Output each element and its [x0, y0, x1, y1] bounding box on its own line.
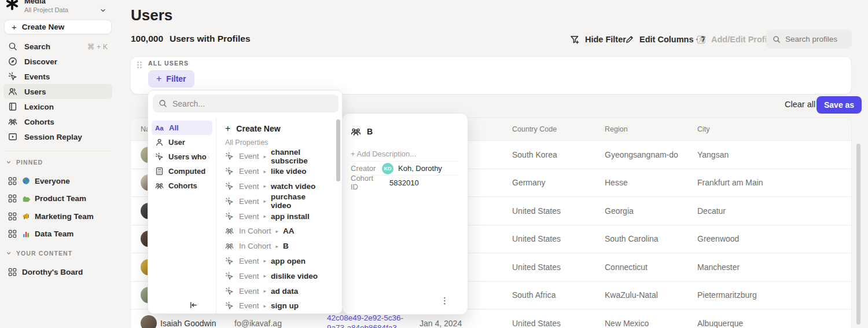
dropdown-categories: Aa All User Users who di... Computed: [148, 118, 216, 314]
profile-badge-icon: [696, 35, 706, 45]
sidebar-board-dorothys-board[interactable]: Dorothy's Board: [3, 264, 112, 280]
cohort-id-value: 5832010: [389, 178, 419, 187]
profiles-search-box[interactable]: [766, 30, 852, 49]
user-id-link[interactable]: 42c08e49-2e92-5c36-9a73-a84eb8684fa3: [327, 314, 414, 328]
create-new-property-button[interactable]: + Create New: [216, 121, 342, 136]
create-new-button[interactable]: + Create New: [4, 20, 112, 34]
pinned-section-title: PINNED: [16, 159, 43, 166]
property-name: dislike video: [271, 272, 318, 280]
column-header-country-code[interactable]: Country Code: [512, 125, 557, 133]
more-options-icon[interactable]: ⋮: [440, 296, 449, 305]
profiles-search-input[interactable]: [785, 35, 849, 43]
property-item[interactable]: Event ▸ like video: [218, 164, 328, 179]
dropdown-property-list: + Create New All Properties Event ▸ chan…: [216, 118, 342, 314]
puzzle-icon: [22, 195, 30, 203]
sidebar-board-everyone[interactable]: Everyone: [3, 173, 112, 189]
property-prefix: Event: [239, 212, 259, 221]
sidebar-item-lexicon[interactable]: Lexicon: [3, 99, 112, 114]
sidebar-item-search[interactable]: Search ⌘ + K: [3, 39, 112, 54]
property-item[interactable]: Event ▸ channel subscribe: [218, 149, 328, 164]
edit-columns-button[interactable]: Edit Columns · 7: [625, 30, 705, 49]
country-cell: South Africa: [512, 290, 556, 300]
collapse-panel-icon[interactable]: [186, 298, 200, 312]
city-cell: Frankfurt am Main: [697, 178, 763, 187]
event-icon: [225, 197, 234, 206]
chevron-right-icon: ▸: [263, 303, 267, 309]
project-name: Media: [24, 0, 68, 6]
table-scrollbar[interactable]: [856, 144, 860, 325]
dropdown-search-input[interactable]: [172, 99, 317, 108]
nav-label: Users: [24, 88, 46, 96]
property-item[interactable]: Event ▸ ad data: [218, 283, 328, 298]
category-label: Computed: [168, 167, 205, 176]
nav-label: Lexicon: [24, 103, 54, 111]
category-computed[interactable]: Computed: [152, 164, 212, 178]
add-filter-button[interactable]: + Filter: [148, 70, 194, 88]
hide-filter-button[interactable]: Hide Filter: [570, 30, 626, 49]
property-item[interactable]: Event ▸ purchase video: [218, 194, 328, 209]
category-cohorts[interactable]: Cohorts: [152, 178, 212, 193]
region-cell: KwaZulu-Natal: [605, 290, 658, 300]
nav-label: Session Replay: [24, 133, 82, 141]
sidebar-item-session-replay[interactable]: Session Replay: [3, 129, 112, 144]
calculator-icon: [155, 167, 164, 176]
property-item[interactable]: Event ▸ app install: [218, 209, 328, 224]
board-label: Everyone: [35, 177, 70, 185]
chevron-right-icon: ▸: [275, 228, 279, 234]
nav-label: Cohorts: [24, 118, 54, 126]
add-edit-profile-button[interactable]: Add/Edit Profile: [696, 30, 774, 49]
name-cell: Isaiah Goodwin: [141, 315, 216, 328]
chevron-right-icon: ▸: [275, 243, 279, 249]
sidebar-board-data-team[interactable]: Data Team: [3, 226, 112, 242]
property-item[interactable]: Event ▸ dislike video: [218, 268, 328, 283]
property-item[interactable]: In Cohort ▸ B: [218, 239, 328, 254]
chevron-down-icon[interactable]: [100, 7, 106, 14]
column-header-city[interactable]: City: [697, 125, 710, 133]
property-prefix: Event: [239, 197, 259, 206]
sidebar-board-product-team[interactable]: Product Team: [3, 191, 112, 207]
plus-icon: +: [12, 23, 17, 31]
your-content-section-header[interactable]: YOUR CONTENT: [6, 250, 72, 257]
sidebar-item-events[interactable]: Events: [3, 69, 112, 84]
drag-handle-icon[interactable]: [136, 61, 143, 69]
barchart-icon: [22, 230, 30, 238]
dropdown-search-box[interactable]: [153, 94, 339, 112]
property-item[interactable]: Event ▸ app open: [218, 254, 328, 269]
add-description-button[interactable]: + Add Description...: [351, 147, 459, 162]
board-grid-icon: [8, 212, 17, 221]
region-cell: New Mexico: [605, 319, 649, 328]
user-count-label[interactable]: Users with Profiles: [170, 34, 251, 44]
save-as-button[interactable]: Save as: [816, 96, 862, 114]
sidebar-item-cohorts[interactable]: Cohorts: [3, 114, 112, 129]
category-label: All: [169, 123, 179, 132]
property-item[interactable]: In Cohort ▸ AA: [218, 224, 328, 239]
category-user[interactable]: User: [152, 135, 212, 150]
category-users-who-did[interactable]: Users who di...: [152, 150, 212, 164]
dropdown-scrollbar[interactable]: [336, 119, 340, 181]
chevron-right-icon: ▸: [263, 288, 267, 294]
event-icon: [225, 152, 234, 161]
clear-all-button[interactable]: Clear all: [785, 100, 815, 109]
project-switcher[interactable]: Media All Project Data: [3, 0, 112, 15]
category-label: Users who di...: [168, 152, 209, 161]
book-icon: [8, 102, 17, 111]
pinned-section-header[interactable]: PINNED: [6, 159, 43, 166]
pencil-icon: [625, 35, 634, 44]
column-header-region[interactable]: Region: [605, 125, 628, 133]
sidebar-board-marketing-team[interactable]: Marketing Team: [3, 208, 112, 224]
cohort-title: B: [367, 127, 373, 136]
cohort-icon: [225, 242, 234, 250]
region-cell: Connecticut: [605, 263, 648, 272]
avatar: [141, 315, 157, 328]
property-item[interactable]: Event ▸ sign up: [218, 298, 328, 314]
property-item[interactable]: Event ▸ watch video: [218, 179, 328, 194]
category-all[interactable]: Aa All: [152, 121, 212, 135]
sidebar-item-users[interactable]: Users: [3, 84, 112, 99]
search-icon: [159, 99, 167, 108]
property-items: Event ▸ channel subscribe Event ▸ like v…: [216, 149, 342, 314]
sidebar-item-discover[interactable]: Discover: [3, 54, 112, 69]
event-icon: [225, 257, 234, 265]
property-name: sign up: [271, 301, 299, 310]
event-icon: [225, 212, 234, 221]
creator-name: Koh, Dorothy: [398, 164, 442, 173]
